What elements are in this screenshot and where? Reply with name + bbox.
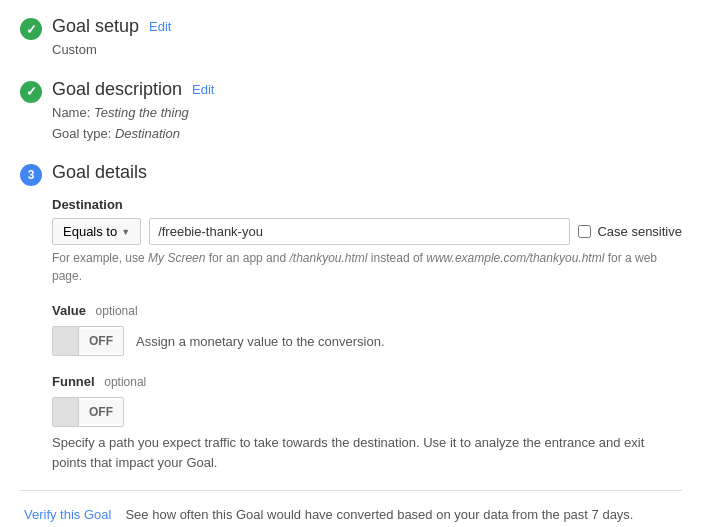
main-container: ✓ Goal setup Edit Custom ✓ Goal descript… [0,0,702,527]
case-sensitive-checkbox[interactable] [578,225,591,238]
goal-desc-type-label: Goal type: [52,126,111,141]
goal-setup-title: Goal setup [52,16,139,37]
value-toggle-label: OFF [79,329,123,353]
destination-label: Destination [52,197,682,212]
hint-my-screen: My Screen [148,251,205,265]
funnel-group: Funnel optional OFF Specify a path you e… [52,374,682,472]
funnel-label-row: Funnel optional [52,374,682,389]
goal-setup-content: Goal setup Edit Custom [52,16,682,61]
goal-details-icon-col: 3 [20,164,52,186]
funnel-toggle-label: OFF [79,400,123,424]
goal-setup-section: ✓ Goal setup Edit Custom [20,16,682,61]
verify-goal-link[interactable]: Verify this Goal [24,507,111,522]
value-toggle-desc: Assign a monetary value to the conversio… [136,334,385,349]
goal-setup-edit-link[interactable]: Edit [149,19,171,34]
value-label: Value [52,303,86,318]
funnel-label: Funnel [52,374,95,389]
hint-instead: instead of [368,251,427,265]
step-number-icon: 3 [20,164,42,186]
goal-setup-subtitle: Custom [52,40,682,61]
value-group: Value optional OFF Assign a monetary val… [52,303,682,356]
goal-details-section: 3 Goal details Destination Equals to Cas… [20,162,682,472]
funnel-optional: optional [104,375,146,389]
checkmark-icon-2: ✓ [20,81,42,103]
goal-desc-name-value: Testing the thing [94,105,189,120]
value-toggle-track [53,327,79,355]
destination-input-row: Equals to Case sensitive [52,218,682,245]
value-toggle-row: OFF Assign a monetary value to the conve… [52,326,682,356]
funnel-toggle-row: OFF [52,397,682,427]
hint-example: www.example.com/thankyou.html [426,251,604,265]
checkmark-icon-1: ✓ [20,18,42,40]
goal-desc-icon-col: ✓ [20,81,52,103]
goal-details-title: Goal details [52,162,682,183]
goal-desc-title-row: Goal description Edit [52,79,682,100]
goal-desc-type-value: Destination [115,126,180,141]
case-sensitive-row: Case sensitive [578,224,682,239]
verify-description: See how often this Goal would have conve… [125,507,633,522]
funnel-toggle-track [53,398,79,426]
goal-details-content: Goal details Destination Equals to Case … [52,162,682,472]
equals-to-dropdown[interactable]: Equals to [52,218,141,245]
funnel-toggle-btn[interactable]: OFF [52,397,124,427]
verify-row: Verify this Goal See how often this Goal… [20,507,682,522]
funnel-desc: Specify a path you expect traffic to tak… [52,433,682,472]
goal-setup-title-row: Goal setup Edit [52,16,682,37]
goal-desc-name-label: Name: [52,105,90,120]
goal-desc-type-row: Goal type: Destination [52,124,682,145]
goal-desc-content: Goal description Edit Name: Testing the … [52,79,682,145]
destination-input[interactable] [149,218,570,245]
goal-setup-icon-col: ✓ [20,18,52,40]
hint-thankyou: /thankyou.html [289,251,367,265]
section-divider [20,490,682,491]
destination-hint: For example, use My Screen for an app an… [52,249,682,285]
case-sensitive-label: Case sensitive [597,224,682,239]
hint-middle: for an app and [205,251,289,265]
goal-desc-edit-link[interactable]: Edit [192,82,214,97]
goal-description-section: ✓ Goal description Edit Name: Testing th… [20,79,682,145]
hint-before: For example, use [52,251,148,265]
goal-desc-title: Goal description [52,79,182,100]
destination-group: Destination Equals to Case sensitive For… [52,197,682,285]
goal-desc-name-row: Name: Testing the thing [52,103,682,124]
value-toggle-btn[interactable]: OFF [52,326,124,356]
value-label-row: Value optional [52,303,682,318]
value-optional: optional [96,304,138,318]
